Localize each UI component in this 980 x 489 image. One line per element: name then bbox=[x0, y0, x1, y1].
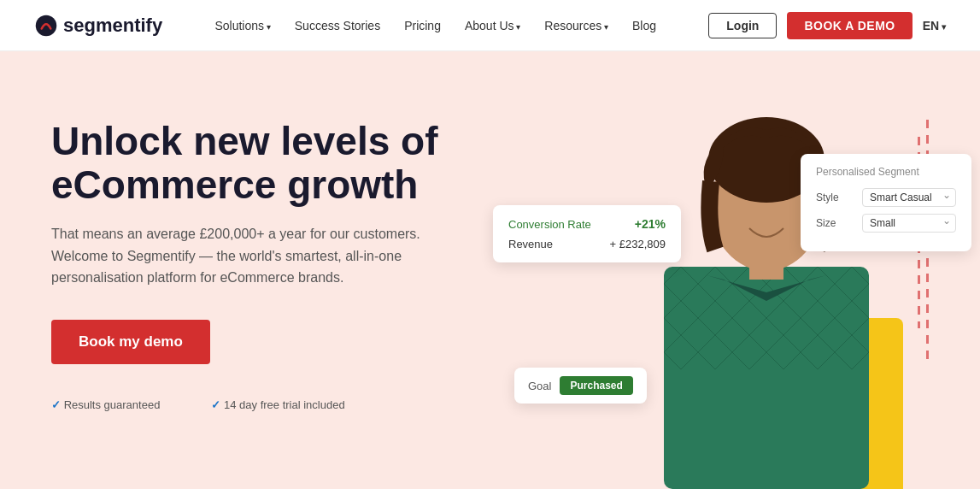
logo[interactable]: segmentify bbox=[34, 14, 162, 38]
nav-item-about-us[interactable]: About Us bbox=[465, 18, 520, 33]
personalised-segment-card: Personalised Segment Style Smart Casual … bbox=[801, 154, 971, 251]
hero-subtext: That means an average £200,000+ a year f… bbox=[51, 223, 478, 289]
conversion-rate-card: Conversion Rate +21% Revenue + £232,809 bbox=[493, 205, 681, 262]
goal-label: Goal bbox=[528, 380, 551, 392]
size-select-wrapper: Small bbox=[862, 214, 956, 233]
hero-content: Unlock new levels of eCommerce growth Th… bbox=[51, 103, 478, 411]
main-nav: Solutions Success Stories Pricing About … bbox=[214, 18, 656, 33]
hero-cta-button[interactable]: Book my demo bbox=[51, 320, 210, 364]
svg-point-0 bbox=[36, 15, 57, 36]
revenue-label: Revenue bbox=[508, 238, 553, 250]
login-button[interactable]: Login bbox=[708, 13, 777, 38]
nav-link-blog[interactable]: Blog bbox=[632, 19, 656, 32]
conversion-rate-label: Conversion Rate bbox=[508, 218, 591, 231]
nav-item-success-stories[interactable]: Success Stories bbox=[295, 18, 380, 33]
conversion-rate-row: Conversion Rate +21% bbox=[508, 217, 666, 231]
style-field-row: Style Smart Casual bbox=[816, 188, 956, 207]
footer-item-2: 14 day free trial included bbox=[211, 398, 344, 411]
navbar: segmentify Solutions Success Stories Pri… bbox=[0, 0, 980, 51]
logo-icon bbox=[34, 14, 58, 38]
language-selector[interactable]: EN bbox=[923, 19, 946, 32]
size-field-row: Size Small bbox=[816, 214, 956, 233]
svg-rect-4 bbox=[749, 262, 783, 280]
style-select-wrapper: Smart Casual bbox=[862, 188, 956, 207]
nav-item-resources[interactable]: Resources bbox=[544, 18, 608, 33]
nav-link-pricing[interactable]: Pricing bbox=[404, 19, 441, 32]
hero-visual: Conversion Rate +21% Revenue + £232,809 … bbox=[467, 51, 980, 489]
hero-heading: Unlock new levels of eCommerce growth bbox=[51, 120, 478, 206]
conversion-rate-value: +21% bbox=[635, 217, 666, 231]
segment-card-title: Personalised Segment bbox=[816, 166, 956, 178]
purchased-badge: Purchased bbox=[560, 376, 632, 395]
size-select[interactable]: Small bbox=[862, 214, 956, 233]
nav-link-about-us[interactable]: About Us bbox=[465, 19, 520, 32]
size-label: Size bbox=[816, 217, 850, 229]
nav-link-success-stories[interactable]: Success Stories bbox=[295, 19, 380, 32]
nav-link-resources[interactable]: Resources bbox=[544, 19, 608, 32]
nav-item-pricing[interactable]: Pricing bbox=[404, 18, 441, 33]
hero-footer: Results guaranteed 14 day free trial inc… bbox=[51, 398, 478, 411]
goal-card: Goal Purchased bbox=[514, 368, 647, 404]
style-select[interactable]: Smart Casual bbox=[862, 188, 956, 207]
revenue-row: Revenue + £232,809 bbox=[508, 238, 666, 250]
book-demo-button[interactable]: BOOK A DEMO bbox=[787, 12, 912, 39]
nav-item-solutions[interactable]: Solutions bbox=[214, 18, 270, 33]
revenue-value: + £232,809 bbox=[610, 238, 666, 250]
logo-text: segmentify bbox=[63, 15, 162, 37]
footer-item-1: Results guaranteed bbox=[51, 398, 160, 411]
navbar-actions: Login BOOK A DEMO EN bbox=[708, 12, 946, 39]
style-label: Style bbox=[816, 191, 850, 203]
nav-item-blog[interactable]: Blog bbox=[632, 18, 656, 33]
nav-link-solutions[interactable]: Solutions bbox=[214, 19, 270, 32]
hero-section: Unlock new levels of eCommerce growth Th… bbox=[0, 51, 980, 489]
